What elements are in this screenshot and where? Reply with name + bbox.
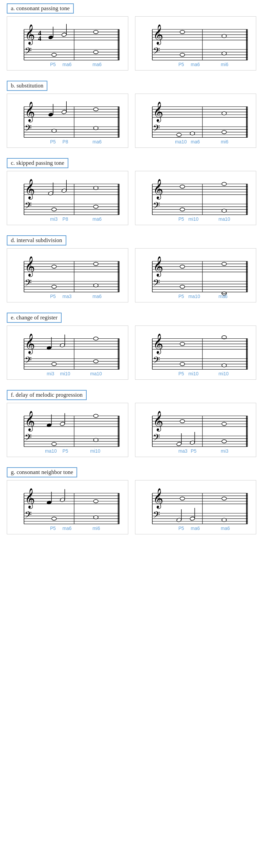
svg-text:ma3: ma3 <box>178 448 187 454</box>
svg-point-71 <box>93 107 98 111</box>
example-b1: 𝄞 𝄢 P5 P8 ma6 <box>7 94 128 148</box>
svg-text:ma6: ma6 <box>191 139 200 144</box>
section-b-examples: 𝄞 𝄢 P5 P8 ma6 <box>7 94 256 148</box>
example-b2: 𝄞 𝄢 ma10 ma6 mi6 <box>135 94 257 148</box>
svg-text:𝄢: 𝄢 <box>25 201 32 213</box>
svg-text:𝄢: 𝄢 <box>25 46 32 58</box>
svg-text:𝄢: 𝄢 <box>25 278 32 290</box>
svg-text:P5: P5 <box>50 139 56 144</box>
svg-point-268 <box>52 442 57 446</box>
svg-point-18 <box>48 35 53 40</box>
svg-point-189 <box>180 265 184 268</box>
section-a: a. consonant passing tone <box>7 3 256 71</box>
svg-text:ma6: ma6 <box>92 216 102 222</box>
svg-point-22 <box>93 30 98 34</box>
svg-text:mi10: mi10 <box>90 448 100 454</box>
svg-text:𝄞: 𝄞 <box>153 411 163 432</box>
svg-text:ma6: ma6 <box>62 526 71 531</box>
svg-point-343 <box>176 518 181 522</box>
svg-text:P8: P8 <box>62 216 68 222</box>
section-b: b. substitution <box>7 81 256 148</box>
svg-text:ma6: ma6 <box>191 62 200 67</box>
staff-svg-b1: 𝄞 𝄢 P5 P8 ma6 <box>7 94 128 147</box>
section-d-label: d. interval subdivision <box>7 235 66 245</box>
svg-text:𝄢: 𝄢 <box>153 46 160 58</box>
svg-text:mi10: mi10 <box>188 216 198 222</box>
example-c2: 𝄞 𝄢 P5 mi10 ma10 <box>135 171 257 225</box>
svg-text:ma6: ma6 <box>62 62 71 67</box>
svg-text:ma3: ma3 <box>62 294 71 299</box>
svg-point-69 <box>61 110 67 114</box>
example-a2: 𝄞 𝄢 P5 ma6 mi6 <box>135 16 257 71</box>
section-d: d. interval subdivision <box>7 235 256 302</box>
svg-point-321 <box>93 516 98 519</box>
svg-text:mi10: mi10 <box>218 371 228 376</box>
svg-text:P5: P5 <box>50 62 56 67</box>
svg-point-144 <box>222 182 226 186</box>
svg-point-191 <box>180 285 184 289</box>
example-g2: 𝄞 𝄢 P5 ma6 m <box>135 480 257 534</box>
svg-point-341 <box>180 497 184 500</box>
svg-text:P5: P5 <box>178 294 184 299</box>
svg-text:P5: P5 <box>178 62 184 67</box>
svg-text:𝄢: 𝄢 <box>153 201 160 213</box>
section-g: g. consonant neighbor tone <box>7 467 256 534</box>
svg-point-96 <box>190 132 195 135</box>
svg-point-20 <box>61 33 67 37</box>
section-f: f. delay of melodic progression <box>7 390 256 457</box>
svg-text:𝄢: 𝄢 <box>153 355 160 367</box>
svg-point-190 <box>222 262 226 265</box>
section-g-examples: 𝄞 𝄢 P5 ma6 mi6 <box>7 480 256 534</box>
svg-point-94 <box>176 133 181 137</box>
svg-text:mi3: mi3 <box>221 448 228 454</box>
svg-text:mi10: mi10 <box>60 371 70 376</box>
section-c-label: c. skipped passing tone <box>7 158 68 168</box>
svg-text:𝄞: 𝄞 <box>25 179 35 200</box>
example-a1: 𝄞 𝄢 4 4 <box>7 16 128 71</box>
svg-text:mi3: mi3 <box>47 371 54 376</box>
svg-text:𝄢: 𝄢 <box>25 510 32 522</box>
svg-text:P8: P8 <box>62 139 68 144</box>
svg-text:𝄞: 𝄞 <box>25 256 35 277</box>
staff-svg-f2: 𝄞 𝄢 ma3 P5 m <box>135 403 256 457</box>
svg-text:𝄞: 𝄞 <box>25 488 35 509</box>
section-a-examples: 𝄞 𝄢 4 4 <box>7 16 256 71</box>
svg-point-290 <box>222 422 226 426</box>
example-c1: 𝄞 𝄢 mi3 P8 ma6 <box>7 171 128 225</box>
svg-text:ma6: ma6 <box>221 526 230 531</box>
svg-point-242 <box>180 362 184 366</box>
staff-svg-d2: 𝄞 𝄢 P5 ma10 ma6 <box>135 249 256 302</box>
section-a-label: a. consonant passing tone <box>7 3 74 14</box>
svg-text:𝄞: 𝄞 <box>25 411 35 432</box>
svg-text:ma6: ma6 <box>191 526 200 531</box>
svg-point-121 <box>93 186 98 190</box>
svg-point-117 <box>48 191 53 196</box>
svg-text:P5: P5 <box>178 526 184 531</box>
svg-text:P5: P5 <box>178 216 184 222</box>
svg-text:P5: P5 <box>50 294 56 299</box>
svg-text:P5: P5 <box>50 526 56 531</box>
section-e-examples: 𝄞 𝄢 mi3 mi10 ma10 <box>7 326 256 380</box>
staff-svg-a1: 𝄞 𝄢 4 4 <box>7 17 128 70</box>
svg-text:ma6: ma6 <box>92 139 102 144</box>
svg-text:P5: P5 <box>62 448 68 454</box>
svg-point-166 <box>52 265 57 268</box>
svg-text:𝄞: 𝄞 <box>153 256 163 277</box>
svg-point-215 <box>60 343 65 348</box>
staff-svg-g2: 𝄞 𝄢 P5 ma6 m <box>135 480 256 534</box>
svg-text:mi6: mi6 <box>221 139 228 144</box>
svg-text:𝄞: 𝄞 <box>153 24 163 45</box>
svg-point-295 <box>222 440 226 443</box>
svg-point-97 <box>222 131 226 134</box>
svg-point-293 <box>190 440 195 445</box>
example-g1: 𝄞 𝄢 P5 ma6 mi6 <box>7 480 128 534</box>
svg-text:𝄢: 𝄢 <box>25 355 32 367</box>
svg-point-119 <box>61 189 67 193</box>
svg-text:ma6: ma6 <box>92 62 102 67</box>
section-f-label: f. delay of melodic progression <box>7 390 87 400</box>
svg-text:P5: P5 <box>178 371 184 376</box>
section-e-label: e. change of register <box>7 313 62 323</box>
svg-text:𝄞: 𝄞 <box>153 179 163 200</box>
svg-point-23 <box>52 53 57 57</box>
svg-point-143 <box>180 185 184 188</box>
